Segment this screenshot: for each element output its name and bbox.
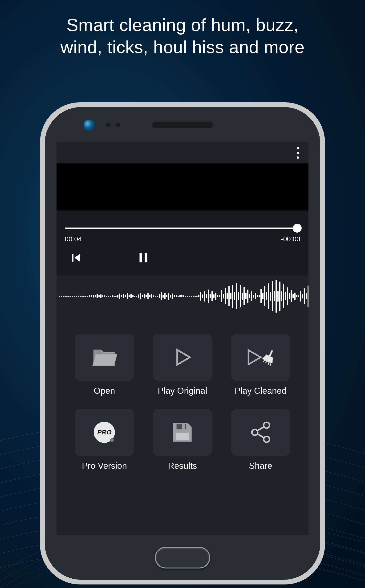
play-cleaned-button[interactable]	[231, 334, 290, 381]
waveform-bar	[123, 294, 124, 298]
waveform-bar	[298, 295, 299, 297]
seek-thumb[interactable]	[293, 224, 302, 233]
action-play-original: Play Original	[149, 334, 216, 396]
waveform-bar	[238, 292, 239, 300]
waveform-bar	[300, 291, 301, 302]
play-original-button[interactable]	[153, 334, 212, 381]
waveform-bar	[253, 295, 254, 297]
waveform-bar	[183, 295, 184, 297]
action-results: Results	[149, 409, 216, 471]
action-open: Open	[71, 334, 138, 396]
waveform-bar	[277, 291, 279, 302]
waveform-bar	[230, 293, 232, 299]
waveform-bar	[283, 284, 284, 308]
waveform-bar	[166, 295, 168, 297]
waveform-bar	[134, 296, 135, 297]
waveform-bar	[129, 295, 130, 297]
time-elapsed: 00:04	[65, 235, 82, 243]
waveform-bar	[255, 293, 256, 299]
waveform-bar	[219, 295, 220, 297]
waveform-bar	[215, 293, 216, 300]
waveform-bar	[130, 294, 132, 298]
play-original-label: Play Original	[158, 386, 207, 396]
waveform-bar	[59, 296, 60, 297]
waveform-bar	[119, 294, 120, 299]
waveform-bar	[138, 294, 139, 298]
seek-bar[interactable]	[65, 226, 300, 230]
waveform-bar	[195, 296, 196, 297]
earpiece	[152, 122, 213, 128]
waveform-bar	[275, 280, 277, 313]
home-button[interactable]	[155, 547, 210, 568]
waveform-bar	[113, 296, 115, 297]
waveform-bar	[251, 291, 252, 301]
pro-version-button[interactable]: PRO	[75, 409, 134, 456]
waveform-bar	[197, 296, 197, 297]
open-label: Open	[94, 386, 115, 396]
waveform-bar	[285, 292, 286, 300]
waveform-bar	[289, 293, 290, 299]
svg-line-12	[257, 434, 264, 438]
waveform-bar	[64, 296, 66, 297]
waveform-bar	[221, 290, 222, 302]
waveform-bar	[236, 283, 237, 309]
waveform-bar	[302, 294, 303, 298]
waveform-bar	[225, 288, 226, 304]
svg-line-11	[257, 427, 264, 431]
waveform-bar	[93, 295, 94, 297]
pause-icon	[136, 250, 151, 265]
svg-rect-7	[176, 432, 189, 440]
waveform-bar	[117, 295, 119, 297]
waveform-bar	[281, 291, 282, 301]
waveform-bar	[76, 296, 77, 297]
folder-icon	[91, 347, 117, 368]
pro-badge-text: PRO	[97, 429, 112, 436]
waveform-bar	[155, 296, 156, 297]
waveform-bar	[181, 295, 182, 297]
phone-frame: 00:04 -00:00	[40, 102, 325, 584]
time-row: 00:04 -00:00	[61, 235, 304, 243]
waveform-bar	[191, 296, 192, 297]
waveform-bar	[170, 295, 171, 297]
waveform-bar	[132, 295, 133, 297]
waveform-bar	[260, 289, 262, 303]
action-play-cleaned: Play Cleaned	[227, 334, 294, 396]
waveform-bar	[142, 295, 143, 297]
waveform-bar	[78, 296, 79, 297]
waveform-bar	[291, 290, 292, 302]
waveform-bar	[257, 295, 258, 297]
waveform-bar	[83, 296, 84, 297]
skip-previous-button[interactable]	[68, 250, 84, 265]
headline: Smart cleaning of hum, buzz, wind, ticks…	[0, 0, 365, 58]
open-button[interactable]	[75, 334, 134, 381]
waveform-bar	[287, 287, 288, 305]
waveform-bar	[270, 292, 271, 301]
sensor-dots	[106, 122, 120, 127]
waveform-bar	[125, 295, 126, 297]
media-preview	[56, 163, 309, 210]
pause-button[interactable]	[136, 250, 151, 265]
action-grid: Open Play Original	[56, 317, 309, 535]
waveform-bar	[80, 296, 81, 297]
waveform-bar	[149, 295, 150, 297]
waveform-bar	[85, 296, 86, 297]
waveform-bar	[247, 290, 248, 303]
waveform-bar	[61, 296, 62, 297]
waveform-bar	[106, 296, 107, 297]
overflow-menu-button[interactable]	[294, 145, 302, 161]
svg-rect-0	[269, 350, 273, 356]
waveform-bar	[232, 284, 233, 308]
waveform-bar	[66, 296, 68, 297]
waveform-bar	[240, 285, 241, 307]
waveform-bar	[159, 294, 160, 298]
waveform-bar	[234, 292, 235, 300]
waveform-bar	[63, 296, 64, 297]
share-label: Share	[249, 461, 272, 471]
share-button[interactable]	[231, 409, 290, 456]
waveform-bar	[187, 296, 188, 297]
waveform-bar	[102, 295, 103, 297]
results-button[interactable]	[153, 409, 212, 456]
waveform-bar	[108, 296, 109, 297]
waveform-bar	[127, 293, 128, 299]
waveform-bar	[178, 296, 179, 297]
